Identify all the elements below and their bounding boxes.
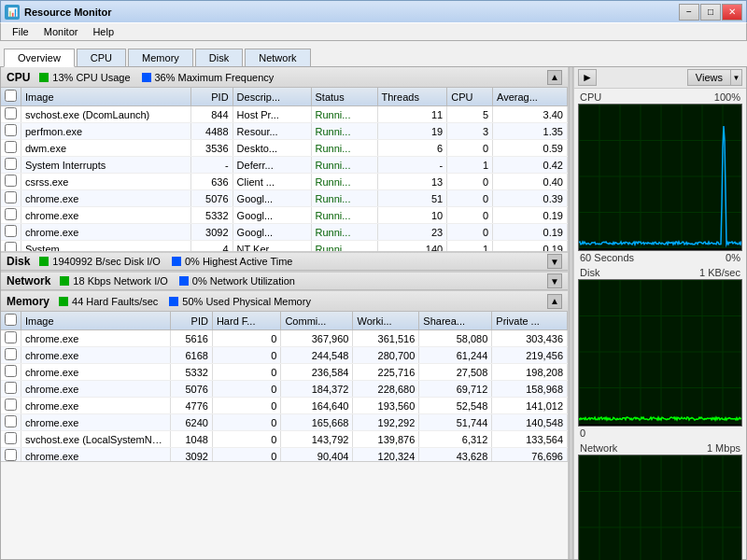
- row-check[interactable]: [1, 174, 21, 190]
- row-check[interactable]: [1, 364, 21, 381]
- cpu-graph-value: 100%: [714, 91, 740, 103]
- memory-section-header[interactable]: Memory 44 Hard Faults/sec 50% Used Physi…: [1, 291, 568, 312]
- network-expand-btn[interactable]: ▼: [547, 273, 562, 288]
- cpu-select-all[interactable]: [5, 90, 17, 102]
- disk-section-header[interactable]: Disk 1940992 B/sec Disk I/O 0% Highest A…: [1, 252, 568, 271]
- mem-col-image[interactable]: Image: [21, 312, 171, 330]
- tab-disk[interactable]: Disk: [195, 49, 243, 66]
- cpu-table-scroll[interactable]: Image PID Descrip... Status Threads CPU …: [1, 88, 568, 251]
- network-section-header[interactable]: Network 18 Kbps Network I/O 0% Network U…: [1, 272, 568, 290]
- menu-monitor[interactable]: Monitor: [36, 24, 86, 39]
- table-row[interactable]: perfmon.exe 4488 Resour... Runni... 19 3…: [1, 123, 568, 140]
- row-check[interactable]: [1, 431, 21, 448]
- table-row[interactable]: System Interrupts - Deferr... Runni... -…: [1, 157, 568, 174]
- row-check[interactable]: [1, 241, 21, 252]
- cpu-table: Image PID Descrip... Status Threads CPU …: [1, 88, 568, 251]
- cpu-col-status[interactable]: Status: [311, 88, 377, 106]
- close-button[interactable]: ✕: [722, 4, 742, 21]
- row-threads: -: [377, 157, 447, 174]
- table-row[interactable]: chrome.exe 6168 0 244,548 280,700 61,244…: [1, 347, 568, 364]
- table-row[interactable]: chrome.exe 3092 Googl... Runni... 23 0 0…: [1, 224, 568, 241]
- row-pid: 5076: [170, 381, 212, 398]
- table-row[interactable]: dwm.exe 3536 Deskto... Runni... 6 0 0.59: [1, 140, 568, 157]
- row-status: Runni...: [311, 190, 377, 207]
- menu-file[interactable]: File: [5, 24, 36, 39]
- mem-col-commit[interactable]: Commi...: [281, 312, 353, 330]
- cpu-col-threads[interactable]: Threads: [377, 88, 447, 106]
- tab-memory[interactable]: Memory: [128, 49, 193, 66]
- disk-expand-btn[interactable]: ▼: [547, 254, 562, 269]
- row-pid: 4488: [190, 123, 233, 140]
- network-graph-value: 1 Mbps: [707, 442, 740, 454]
- table-row[interactable]: chrome.exe 6240 0 165,668 192,292 51,744…: [1, 414, 568, 431]
- mem-col-working[interactable]: Worki...: [353, 312, 419, 330]
- row-check[interactable]: [1, 347, 21, 364]
- minimize-button[interactable]: −: [679, 4, 699, 21]
- network-graph-title: Network: [580, 442, 617, 454]
- table-row[interactable]: chrome.exe 5332 Googl... Runni... 10 0 0…: [1, 207, 568, 224]
- row-image: csrss.exe: [21, 174, 191, 190]
- row-status: Runni...: [311, 224, 377, 241]
- table-row[interactable]: chrome.exe 4776 0 164,640 193,560 52,548…: [1, 398, 568, 414]
- cpu-col-cpu[interactable]: CPU: [447, 88, 493, 106]
- disk-title: Disk: [7, 255, 30, 268]
- table-row[interactable]: chrome.exe 3092 0 90,404 120,324 43,628 …: [1, 448, 568, 462]
- row-desc: Deskto...: [233, 140, 311, 157]
- row-shared: 6,312: [419, 431, 492, 448]
- row-commit: 90,404: [281, 448, 353, 462]
- disk-stat2: 0% Highest Active Time: [172, 256, 293, 267]
- views-dropdown-arrow[interactable]: ▼: [731, 69, 742, 86]
- mem-col-private[interactable]: Private ...: [492, 312, 568, 330]
- tab-network[interactable]: Network: [245, 49, 310, 66]
- mem-col-pid[interactable]: PID: [170, 312, 212, 330]
- table-row[interactable]: chrome.exe 5616 0 367,960 361,516 58,080…: [1, 330, 568, 347]
- cpu-col-pid[interactable]: PID: [190, 88, 233, 106]
- row-working: 361,516: [353, 330, 419, 347]
- cpu-expand-btn[interactable]: ▲: [547, 70, 562, 85]
- row-check[interactable]: [1, 190, 21, 207]
- cpu-section-header[interactable]: CPU 13% CPU Usage 36% Maximum Frequency …: [1, 67, 568, 88]
- tab-overview[interactable]: Overview: [4, 49, 75, 67]
- tab-cpu[interactable]: CPU: [77, 49, 126, 66]
- mem-select-all[interactable]: [5, 314, 17, 326]
- row-check[interactable]: [1, 330, 21, 347]
- cpu-col-image[interactable]: Image: [21, 88, 191, 106]
- row-working: 120,324: [353, 448, 419, 462]
- table-row[interactable]: chrome.exe 5076 Googl... Runni... 51 0 0…: [1, 190, 568, 207]
- memory-table-scroll[interactable]: Image PID Hard F... Commi... Worki... Sh…: [1, 312, 568, 461]
- row-threads: 13: [377, 174, 447, 190]
- row-check[interactable]: [1, 157, 21, 174]
- row-check[interactable]: [1, 381, 21, 398]
- table-row[interactable]: svchost.exe (LocalSystemNetwo... 1048 0 …: [1, 431, 568, 448]
- row-commit: 164,640: [281, 398, 353, 414]
- table-row[interactable]: chrome.exe 5332 0 236,584 225,716 27,508…: [1, 364, 568, 381]
- table-row[interactable]: System 4 NT Ker... Runni... 140 1 0.19: [1, 241, 568, 252]
- views-button[interactable]: Views: [687, 69, 731, 86]
- cpu-canvas: [579, 105, 742, 248]
- cpu-col-desc[interactable]: Descrip...: [233, 88, 311, 106]
- row-check[interactable]: [1, 448, 21, 462]
- table-row[interactable]: chrome.exe 5076 0 184,372 228,680 69,712…: [1, 381, 568, 398]
- expand-graph-button[interactable]: ►: [578, 69, 597, 86]
- network-section: Network 18 Kbps Network I/O 0% Network U…: [1, 272, 568, 291]
- row-image: chrome.exe: [21, 190, 191, 207]
- row-check[interactable]: [1, 224, 21, 241]
- cpu-col-avg[interactable]: Averag...: [493, 88, 568, 106]
- table-row[interactable]: svchost.exe (DcomLaunch) 844 Host Pr... …: [1, 106, 568, 123]
- maximize-button[interactable]: □: [700, 4, 721, 21]
- row-check[interactable]: [1, 106, 21, 123]
- disk-graph-label: Disk 1 KB/sec: [578, 266, 742, 279]
- row-desc: NT Ker...: [233, 241, 311, 252]
- row-check[interactable]: [1, 207, 21, 224]
- memory-expand-btn[interactable]: ▲: [547, 294, 562, 309]
- mem-col-hard[interactable]: Hard F...: [212, 312, 281, 330]
- row-check[interactable]: [1, 123, 21, 140]
- row-check[interactable]: [1, 414, 21, 431]
- table-row[interactable]: csrss.exe 636 Client ... Runni... 13 0 0…: [1, 174, 568, 190]
- row-check[interactable]: [1, 398, 21, 414]
- menu-help[interactable]: Help: [85, 24, 121, 39]
- disk-graph-bottom: 0: [578, 427, 742, 440]
- mem-col-shared[interactable]: Sharea...: [419, 312, 492, 330]
- row-image: chrome.exe: [21, 398, 171, 414]
- row-check[interactable]: [1, 140, 21, 157]
